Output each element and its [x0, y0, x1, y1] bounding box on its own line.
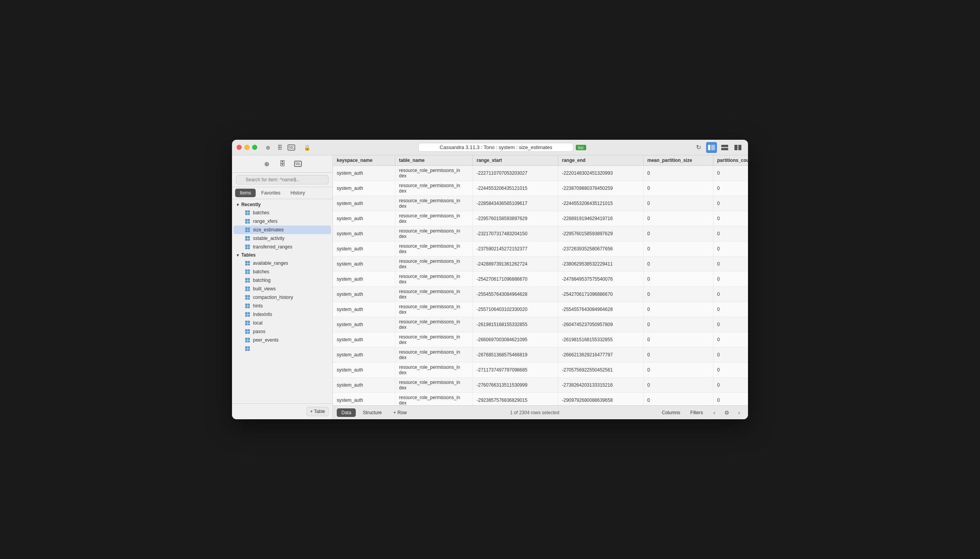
columns-button[interactable]: Columns [658, 408, 684, 417]
sidebar-item-compaction-history[interactable]: compaction_history [234, 293, 331, 302]
table-row[interactable]: system_authresource_role_permissons_inde… [333, 257, 748, 272]
cell-11-4: 0 [643, 332, 713, 347]
cell-15-1: resource_role_permissons_index [395, 393, 473, 406]
table-row[interactable]: system_authresource_role_permissons_inde… [333, 287, 748, 302]
next-page-button[interactable]: › [734, 408, 744, 418]
tables-section-header[interactable]: ▼ Tables [232, 251, 332, 259]
table-row[interactable]: system_authresource_role_permissons_inde… [333, 241, 748, 257]
table-row[interactable]: system_authresource_role_permissons_inde… [333, 317, 748, 332]
table-row[interactable]: system_authresource_role_permissons_inde… [333, 347, 748, 363]
cell-11-3: -2619815168155332855 [558, 332, 643, 347]
cell-4-3: -2295760158593897629 [558, 226, 643, 241]
cell-9-2: -2557106403102330020 [473, 302, 558, 317]
cell-1-3: -2238709880378450259 [558, 181, 643, 196]
tab-data[interactable]: Data [337, 408, 356, 417]
table-icon [244, 294, 251, 300]
sidebar-item-hints[interactable]: hints [234, 302, 331, 310]
col-partitions-count[interactable]: partitions_count [713, 155, 748, 166]
sidebar-item-available-ranges[interactable]: available_ranges [234, 259, 331, 267]
tab-favorites[interactable]: Favorites [256, 189, 285, 197]
tab-history[interactable]: History [286, 189, 310, 197]
sql-toolbar-icon[interactable]: SQL [292, 158, 304, 169]
close-button[interactable] [237, 145, 242, 150]
table-row[interactable]: system_authresource_role_permissons_inde… [333, 363, 748, 378]
col-table-name[interactable]: table_name [395, 155, 473, 166]
cell-5-3: -2372639352580677656 [558, 241, 643, 257]
sidebar-item-range-xfers[interactable]: range_xfers [234, 217, 331, 226]
sql-icon[interactable]: SQL [287, 143, 296, 152]
table-row[interactable]: system_authresource_role_permissons_inde… [333, 272, 748, 287]
table-row[interactable]: system_authresource_role_permissons_inde… [333, 226, 748, 241]
sidebar-item-batches-recent[interactable]: batches [234, 208, 331, 217]
item-label: compaction_history [253, 295, 293, 300]
table-icon [244, 210, 251, 216]
cell-9-3: -2554557643084964628 [558, 302, 643, 317]
svg-rect-5 [721, 148, 728, 150]
sidebar-item-local[interactable]: local [234, 319, 331, 327]
lock-icon[interactable]: 🔒 [302, 143, 312, 152]
filters-button[interactable]: Filters [686, 408, 707, 417]
table-icon [244, 303, 251, 309]
table-row[interactable]: system_authresource_role_permissons_inde… [333, 166, 748, 181]
network-icon[interactable]: ⊕ [263, 143, 273, 152]
connection-path[interactable]: Cassandra 3.11.3 : Tono : system : size_… [418, 143, 573, 152]
col-range-end[interactable]: range_end [558, 155, 643, 166]
table-icon [244, 337, 251, 343]
sidebar-item-size-estimates[interactable]: size_estimates [234, 226, 331, 234]
title-bar: ⊕ 🗄 SQL 🔒 Cassandra 3.11.3 : Tono : syst… [232, 140, 748, 155]
cell-2-4: 0 [643, 196, 713, 211]
cell-2-1: resource_role_permissons_index [395, 196, 473, 211]
cell-8-4: 0 [643, 287, 713, 302]
cell-14-0: system_auth [333, 378, 395, 393]
table-row[interactable]: system_authresource_role_permissons_inde… [333, 393, 748, 406]
sidebar-item-more[interactable] [234, 344, 331, 353]
cell-11-2: -2660697003084621095 [473, 332, 558, 347]
add-table-button[interactable]: + Table [306, 407, 329, 416]
split-horizontal-icon[interactable] [719, 142, 730, 153]
refresh-icon[interactable]: ↻ [693, 142, 704, 153]
item-label: paxos [253, 329, 265, 334]
connection-icon[interactable]: ⊕ [261, 158, 273, 169]
recently-section-header[interactable]: ▼ Recently [232, 201, 332, 208]
sidebar-item-batchlog[interactable]: batchlog [234, 276, 331, 285]
database-icon[interactable]: 🗄 [275, 143, 284, 152]
sidebar-item-transferred-ranges[interactable]: transferred_ranges [234, 243, 331, 251]
cell-12-3: -2666213629216477797 [558, 347, 643, 363]
prev-page-button[interactable]: ‹ [709, 408, 719, 418]
tab-structure[interactable]: Structure [358, 408, 386, 417]
db-icon[interactable]: 🗄 [276, 158, 289, 169]
svg-rect-4 [721, 145, 728, 147]
cell-1-4: 0 [643, 181, 713, 196]
table-row[interactable]: system_authresource_role_permissons_inde… [333, 211, 748, 226]
cell-12-0: system_auth [333, 347, 395, 363]
col-keyspace-name[interactable]: keyspace_name [333, 155, 395, 166]
minimize-button[interactable] [244, 145, 249, 150]
table-row[interactable]: system_authresource_role_permissons_inde… [333, 332, 748, 347]
cell-11-5: 0 [713, 332, 748, 347]
cell-7-4: 0 [643, 272, 713, 287]
search-input[interactable] [236, 175, 329, 184]
table-icon [244, 235, 251, 241]
col-mean-partition-size[interactable]: mean_partition_size [643, 155, 713, 166]
tab-items[interactable]: Items [235, 189, 256, 197]
cell-4-1: resource_role_permissons_index [395, 226, 473, 241]
cell-8-3: -2542706171096886670 [558, 287, 643, 302]
table-row[interactable]: system_authresource_role_permissons_inde… [333, 196, 748, 211]
split-vertical-icon[interactable] [732, 142, 743, 153]
sidebar-item-indexinfo[interactable]: IndexInfo [234, 310, 331, 319]
sidebar-item-batches[interactable]: batches [234, 267, 331, 276]
sidebar-item-peer-events[interactable]: peer_events [234, 336, 331, 344]
tables-label: Tables [241, 252, 256, 258]
settings-button[interactable]: ⚙ [722, 408, 732, 418]
table-row[interactable]: system_authresource_role_permissons_inde… [333, 378, 748, 393]
data-panel: keyspace_name table_name range_start ran… [333, 155, 748, 419]
maximize-button[interactable] [252, 145, 257, 150]
table-row[interactable]: system_authresource_role_permissons_inde… [333, 302, 748, 317]
table-row[interactable]: system_authresource_role_permissons_inde… [333, 181, 748, 196]
sidebar-toggle-icon[interactable] [706, 142, 717, 153]
sidebar-item-sstable-activity[interactable]: sstable_activity [234, 234, 331, 243]
add-row-button[interactable]: + Row [389, 408, 411, 417]
sidebar-item-built-views[interactable]: built_views [234, 285, 331, 293]
sidebar-item-paxos[interactable]: paxos [234, 327, 331, 336]
col-range-start[interactable]: range_start [473, 155, 558, 166]
